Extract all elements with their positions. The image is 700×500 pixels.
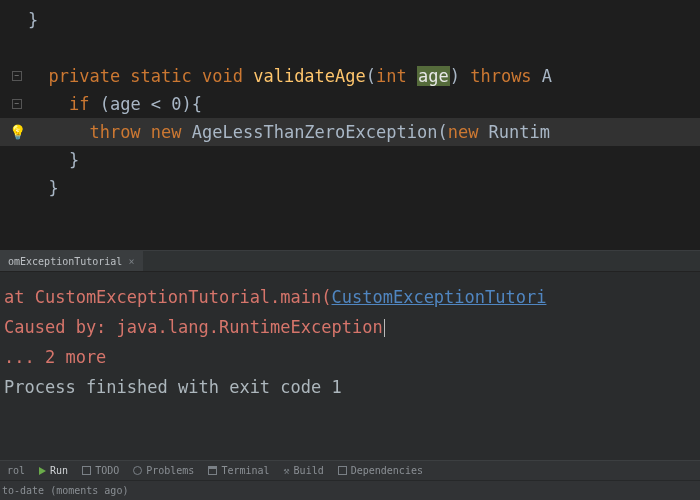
tool-problems[interactable]: Problems [126, 465, 201, 476]
text-caret [384, 319, 385, 337]
tool-run[interactable]: Run [32, 465, 75, 476]
stack-trace-line: at CustomExceptionTutorial.main(CustomEx… [4, 282, 700, 312]
tool-terminal[interactable]: Terminal [201, 465, 276, 476]
terminal-icon [208, 466, 217, 475]
stack-text: at CustomExceptionTutorial.main( [4, 287, 332, 307]
play-icon [39, 467, 46, 475]
code-editor[interactable]: }− private static void validateAge(int a… [0, 0, 700, 250]
problems-icon [133, 466, 142, 475]
code-content: } [28, 150, 79, 170]
tool-todo[interactable]: TODO [75, 465, 126, 476]
code-line[interactable]: } [0, 146, 700, 174]
fold-icon[interactable]: − [12, 71, 22, 81]
caused-by-line: Caused by: java.lang.RuntimeException [4, 312, 700, 342]
code-line[interactable] [0, 34, 700, 62]
code-line[interactable]: 💡 throw new AgeLessThanZeroException(new… [0, 118, 700, 146]
code-line[interactable]: } [0, 174, 700, 202]
code-content: } [28, 10, 38, 30]
fold-icon[interactable]: − [12, 99, 22, 109]
code-line[interactable] [0, 202, 700, 230]
tool-vcs[interactable]: rol [0, 465, 32, 476]
code-line[interactable]: − private static void validateAge(int ag… [0, 62, 700, 90]
tool-window-bar: rol Run TODO Problems Terminal ⚒ Build D… [0, 460, 700, 480]
code-line[interactable]: − if (age < 0){ [0, 90, 700, 118]
more-frames-line: ... 2 more [4, 342, 700, 372]
gutter-fold[interactable]: − [6, 99, 28, 109]
status-bar: to-date (moments ago) [0, 480, 700, 500]
exit-code-line: Process finished with exit code 1 [4, 372, 700, 402]
lightbulb-icon[interactable]: 💡 [9, 124, 26, 140]
tool-dependencies[interactable]: Dependencies [331, 465, 430, 476]
code-content: } [28, 178, 59, 198]
status-text: to-date (moments ago) [2, 485, 128, 496]
stack-link[interactable]: CustomExceptionTutori [332, 287, 547, 307]
hammer-icon: ⚒ [284, 465, 290, 476]
code-content: private static void validateAge(int age)… [28, 66, 552, 86]
code-line[interactable] [0, 230, 700, 258]
tool-build[interactable]: ⚒ Build [277, 465, 331, 476]
gutter-fold[interactable]: − [6, 71, 28, 81]
console-output[interactable]: at CustomExceptionTutorial.main(CustomEx… [0, 272, 700, 460]
todo-icon [82, 466, 91, 475]
deps-icon [338, 466, 347, 475]
gutter-intention[interactable]: 💡 [6, 124, 28, 140]
code-content: throw new AgeLessThanZeroException(new R… [28, 122, 550, 142]
code-line[interactable]: } [0, 6, 700, 34]
code-content: if (age < 0){ [28, 94, 202, 114]
